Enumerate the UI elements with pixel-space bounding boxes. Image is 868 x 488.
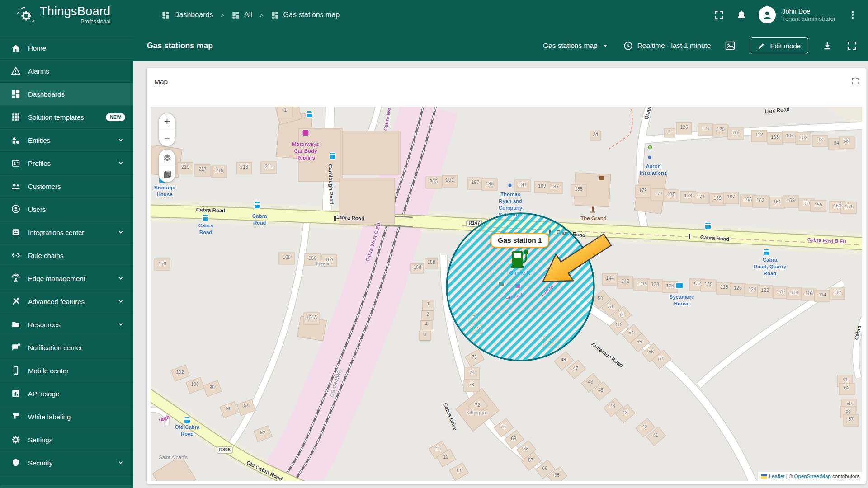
header-actions: John Doe Tenant administrator	[713, 6, 868, 23]
building	[419, 331, 431, 341]
users-icon	[11, 204, 21, 214]
building	[426, 177, 441, 188]
widget-title: Map	[154, 78, 168, 86]
sidebar-item-edge-management[interactable]: Edge management	[0, 267, 133, 290]
sidebar-item-label: Users	[28, 206, 46, 213]
sidebar-item-advanced-features[interactable]: Advanced features	[0, 290, 133, 313]
sidebar-item-home[interactable]: Home	[0, 37, 133, 60]
edge-icon	[11, 273, 21, 283]
sidebar-item-resources[interactable]: Resources	[0, 313, 133, 336]
thingsboard-logo[interactable]: ThingsBoard Professional	[0, 5, 133, 25]
building	[647, 280, 663, 291]
building	[843, 414, 859, 426]
zoom-out-button[interactable]: −	[159, 130, 175, 146]
layers-control	[159, 149, 175, 183]
sidebar-item-label: Notification center	[28, 344, 82, 352]
building	[467, 178, 483, 189]
sidebar-item-white-labeling[interactable]: White labeling	[0, 405, 133, 428]
openstreetmap-link[interactable]: OpenStreetMap	[794, 474, 831, 479]
thingsboard-app: ThingsBoard Professional Dashboards>All>…	[0, 0, 868, 488]
building	[543, 336, 559, 348]
building	[321, 255, 337, 267]
sidebar-item-security[interactable]: Security	[0, 451, 133, 474]
sidebar-item-solution-templates[interactable]: Solution templatesNEW	[0, 106, 133, 129]
map-widget: Map	[147, 68, 866, 484]
building	[782, 131, 797, 143]
building	[830, 288, 845, 300]
sidebar-item-customers[interactable]: Customers	[0, 175, 133, 198]
zoom-in-button[interactable]: +	[159, 113, 175, 130]
sidebar-item-label: Entities	[28, 136, 50, 144]
building	[811, 200, 826, 212]
leaflet-link[interactable]: Leaflet	[769, 474, 785, 479]
toolbar-fullscreen-icon[interactable]	[846, 40, 857, 51]
sidebar-item-users[interactable]: Users	[0, 198, 133, 221]
sidebar-item-label: Home	[28, 44, 46, 52]
building	[420, 321, 432, 330]
widget-expand-icon[interactable]	[851, 77, 859, 85]
building	[155, 259, 170, 271]
user-info[interactable]: John Doe Tenant administrator	[782, 7, 835, 23]
dash-icon	[11, 89, 21, 99]
sidebar-item-api-usage[interactable]: API usage	[0, 382, 133, 405]
resources-icon	[11, 319, 21, 329]
settings-icon	[11, 435, 21, 445]
building	[753, 196, 768, 207]
profiles-icon	[11, 158, 21, 168]
leaflet-map[interactable]: Cabra RoadCabra RoadCabra RoadCabra Road…	[151, 107, 862, 481]
building	[723, 192, 739, 204]
dashboard-state-select[interactable]: Gas stations map	[543, 42, 609, 50]
sidebar-item-entities[interactable]: Entities	[0, 129, 133, 152]
sidebar-item-notification-center[interactable]: Notification center	[0, 336, 133, 359]
sidebar-item-label: Advanced features	[28, 298, 85, 305]
notifications-bell-icon[interactable]	[736, 9, 747, 20]
breadcrumb-item[interactable]: Dashboards	[161, 11, 213, 19]
dashboard-grid-icon	[271, 11, 279, 19]
dashboard-toolbar: Gas stations map Gas stations map Realti…	[133, 30, 868, 61]
attribution-suffix: contributors	[831, 474, 859, 479]
sidebar-item-mobile-center[interactable]: Mobile center	[0, 359, 133, 382]
breadcrumb-item[interactable]: All	[231, 11, 252, 19]
home-icon	[11, 43, 21, 53]
building	[773, 287, 788, 299]
edit-mode-label: Edit mode	[770, 42, 801, 50]
download-icon[interactable]	[822, 40, 833, 51]
sidebar-item-settings[interactable]: Settings	[0, 428, 133, 451]
fullscreen-icon[interactable]	[713, 9, 724, 20]
entities-icon	[11, 135, 21, 145]
user-name: John Doe	[782, 7, 835, 15]
clock-icon	[623, 41, 633, 51]
building	[841, 202, 856, 214]
sidebar-item-integrations-center[interactable]: Integrations center	[0, 221, 133, 244]
edit-mode-button[interactable]: Edit mode	[750, 37, 808, 54]
map-attribution: Leaflet | © OpenStreetMap contributors	[758, 472, 862, 481]
avatar[interactable]	[759, 6, 776, 23]
chevron-down-icon	[116, 136, 125, 145]
image-gallery-icon[interactable]	[724, 40, 736, 52]
chevron-down-icon	[116, 297, 125, 306]
building	[618, 277, 633, 288]
api-icon	[11, 389, 21, 399]
building	[422, 300, 434, 310]
building	[662, 281, 678, 293]
timewindow-button[interactable]: Realtime - last 1 minute	[623, 41, 711, 51]
kebab-menu-icon[interactable]	[847, 9, 858, 20]
building	[304, 313, 319, 324]
gas-station-marker-icon[interactable]	[510, 248, 529, 269]
breadcrumb-item[interactable]: Gas stations map	[271, 11, 340, 19]
map-type-button[interactable]	[159, 166, 175, 182]
sidebar-item-profiles[interactable]: Profiles	[0, 152, 133, 175]
building	[698, 124, 713, 136]
breadcrumb-label: Gas stations map	[283, 11, 340, 19]
building	[278, 107, 293, 117]
building	[547, 182, 562, 194]
chevron-down-icon	[116, 159, 125, 168]
sidebar-item-alarms[interactable]: Alarms	[0, 60, 133, 83]
sidebar-item-label: Mobile center	[28, 367, 69, 375]
sidebar-item-rule-chains[interactable]: Rule chains	[0, 244, 133, 267]
layers-button[interactable]	[159, 150, 175, 166]
sidebar-item-dashboards[interactable]: Dashboards	[0, 83, 133, 106]
sidebar-item-label: Integrations center	[28, 229, 84, 236]
building	[701, 280, 716, 291]
building	[757, 286, 773, 297]
